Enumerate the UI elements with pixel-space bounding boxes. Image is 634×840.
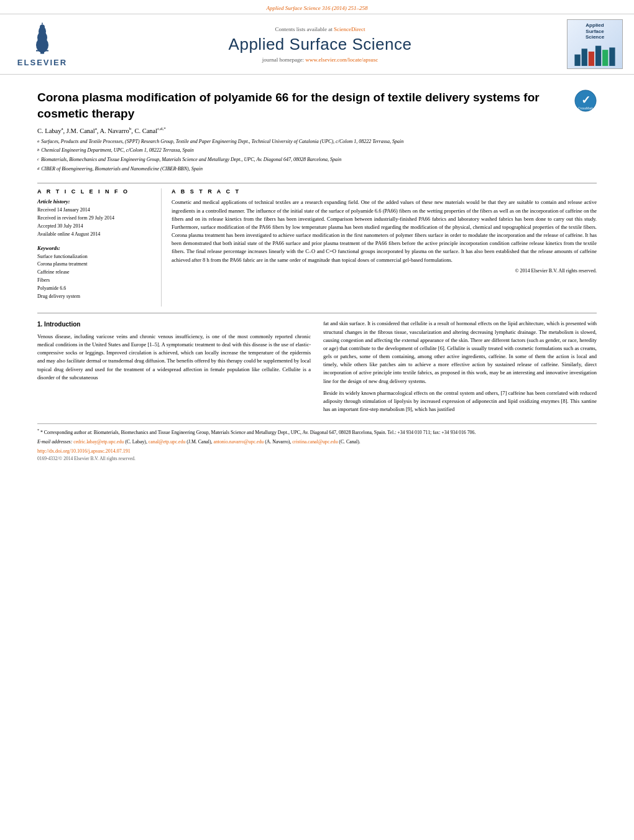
body-col-2: fat and skin surface. It is considered t… — [323, 320, 597, 417]
affil-c: c Biomaterials, Biomechanics and Tissue … — [37, 156, 597, 165]
email-canal[interactable]: canal@etp.upc.edu — [149, 439, 186, 445]
article-info-header: A R T I C L E I N F O — [37, 188, 154, 195]
history-label: Article history: — [37, 198, 154, 205]
body-para-3: Beside its widely known pharmacological … — [323, 389, 597, 414]
affil-d-text: CIBER of Bioengineering, Biomaterials an… — [41, 165, 203, 175]
svg-rect-8 — [574, 54, 580, 66]
svg-rect-11 — [595, 45, 601, 66]
svg-rect-9 — [582, 48, 587, 66]
keywords-label: Keywords: — [37, 245, 154, 251]
email-name-1: (C. Labay), — [125, 439, 149, 445]
author-3-sup: b — [129, 126, 132, 131]
author-1: C. Labay — [37, 127, 62, 134]
author-3: A. Navarro — [99, 127, 129, 134]
received-date: Received 14 January 2014 — [37, 206, 154, 215]
journal-homepage: journal homepage: www.elsevier.com/locat… — [86, 57, 554, 63]
email-canal-c[interactable]: cristina.canal@upc.edu — [292, 439, 338, 445]
footnotes: * * Corresponding author at: Biomaterial… — [37, 423, 597, 462]
authors: C. Labaya, J.M. Canala, A. Navarrob, C. … — [37, 126, 597, 134]
author-1-sup: a — [62, 126, 63, 131]
affil-a: a Surfaces, Products and Textile Process… — [37, 138, 597, 147]
affiliations: a Surfaces, Products and Textile Process… — [37, 138, 597, 175]
sciencedirect-link[interactable]: ScienceDirect — [334, 26, 365, 32]
article-title: Corona plasma modification of polyamide … — [37, 90, 567, 121]
svg-rect-5 — [36, 50, 48, 51]
email-navarro[interactable]: antonio.navarro@upc.edu — [213, 439, 264, 445]
affil-c-text: Biomaterials, Biomechanics and Tissue En… — [41, 156, 341, 165]
affil-b-sup: b — [37, 147, 39, 152]
homepage-prefix: journal homepage: — [262, 57, 305, 63]
svg-rect-10 — [589, 52, 594, 66]
affil-b-text: Chemical Engineering Department, UPC, c/… — [41, 147, 193, 156]
email-name-2: (J.M. Canal), — [186, 439, 213, 445]
body-col-1: 1. Introduction Venous disease, includin… — [37, 320, 311, 417]
affil-c-sup: c — [37, 157, 39, 161]
svg-text:CrossMark: CrossMark — [578, 106, 594, 110]
journal-header: ELSEVIER Contents lists available at Sci… — [0, 14, 634, 75]
body-para-2: fat and skin surface. It is considered t… — [323, 320, 597, 385]
author-2: J.M. Canal — [67, 127, 95, 134]
doi-line[interactable]: http://dx.doi.org/10.1016/j.apsusc.2014.… — [37, 448, 597, 455]
affil-d-sup: d — [37, 166, 39, 170]
keyword-2: Corona plasma treatment — [37, 261, 154, 269]
emails-label: E-mail addresses: — [37, 439, 72, 445]
author-4: C. Canal — [134, 127, 157, 134]
affil-a-text: Surfaces, Products and Textile Processes… — [41, 138, 403, 147]
elsevier-tree-icon — [24, 22, 61, 56]
email-addresses[interactable]: cedric.labay@etp.upc.edu — [73, 439, 124, 445]
body-divider — [37, 313, 597, 313]
svg-rect-12 — [602, 50, 608, 66]
crossmark-icon: ✓ CrossMark — [574, 90, 597, 112]
journal-logo: AppliedSurfaceScience — [567, 19, 623, 69]
svg-text:✓: ✓ — [581, 94, 590, 106]
issn-line: 0169-4332/© 2014 Elsevier B.V. All right… — [37, 455, 597, 462]
keyword-5: Polyamide 6.6 — [37, 285, 154, 293]
svg-rect-13 — [609, 47, 615, 66]
author-4-sup: c,d,* — [157, 126, 166, 131]
elsevier-logo: ELSEVIER — [11, 22, 73, 67]
abstract-text: Cosmetic and medical applications of tec… — [172, 198, 597, 264]
journal-center: Contents lists available at ScienceDirec… — [73, 26, 567, 63]
body-text: 1. Introduction Venous disease, includin… — [37, 320, 597, 417]
article-info-col: A R T I C L E I N F O Article history: R… — [37, 188, 162, 307]
journal-chart-icon — [573, 43, 617, 66]
keyword-4: Fibers — [37, 277, 154, 285]
online-date: Available online 4 August 2014 — [37, 231, 154, 239]
abstract-header: A B S T R A C T — [172, 188, 597, 195]
abstract-col: A B S T R A C T Cosmetic and medical app… — [172, 188, 597, 307]
article-content: Corona plasma modification of polyamide … — [0, 75, 634, 468]
keyword-1: Surface functionalization — [37, 253, 154, 261]
elsevier-label: ELSEVIER — [17, 58, 67, 67]
corresponding-note-text: * Corresponding author at: Biomaterials,… — [40, 430, 476, 435]
revised-date: Received in revised form 29 July 2014 — [37, 215, 154, 223]
keyword-6: Drug delivery system — [37, 293, 154, 301]
keywords-block: Keywords: Surface functionalization Coro… — [37, 245, 154, 301]
logo-title: AppliedSurfaceScience — [586, 22, 604, 40]
journal-title: Applied Surface Science — [86, 35, 554, 54]
top-bar: Applied Surface Science 316 (2014) 251–2… — [0, 0, 634, 14]
email-line: E-mail addresses: cedric.labay@etp.upc.e… — [37, 438, 597, 446]
sciencedirect-prefix: Contents lists available at — [275, 26, 334, 32]
keyword-3: Caffeine release — [37, 269, 154, 277]
body-para-1: Venous disease, including varicose veins… — [37, 333, 311, 382]
homepage-link[interactable]: www.elsevier.com/locate/apsusc — [305, 57, 378, 63]
accepted-date: Accepted 30 July 2014 — [37, 223, 154, 231]
citation-link[interactable]: Applied Surface Science 316 (2014) 251–2… — [266, 5, 367, 11]
affil-d: d CIBER of Bioengineering, Biomaterials … — [37, 165, 597, 175]
affil-a-sup: a — [37, 139, 39, 143]
author-2-sup: a — [95, 126, 97, 131]
email-name-3: (A. Navarro), — [265, 439, 292, 445]
article-title-section: Corona plasma modification of polyamide … — [37, 90, 597, 121]
email-name-4: (C. Canal). — [339, 439, 360, 445]
copyright-line: © 2014 Elsevier B.V. All rights reserved… — [172, 268, 597, 274]
footnote-star: * — [37, 428, 39, 432]
section-1-title: 1. Introduction — [37, 320, 311, 330]
corresponding-note: * * Corresponding author at: Biomaterial… — [37, 428, 597, 436]
svg-point-6 — [40, 24, 45, 29]
article-history: Article history: Received 14 January 201… — [37, 198, 154, 238]
article-info-abstract: A R T I C L E I N F O Article history: R… — [37, 183, 597, 307]
sciencedirect-line: Contents lists available at ScienceDirec… — [86, 26, 554, 32]
affil-b: b Chemical Engineering Department, UPC, … — [37, 147, 597, 156]
page: Applied Surface Science 316 (2014) 251–2… — [0, 0, 634, 840]
